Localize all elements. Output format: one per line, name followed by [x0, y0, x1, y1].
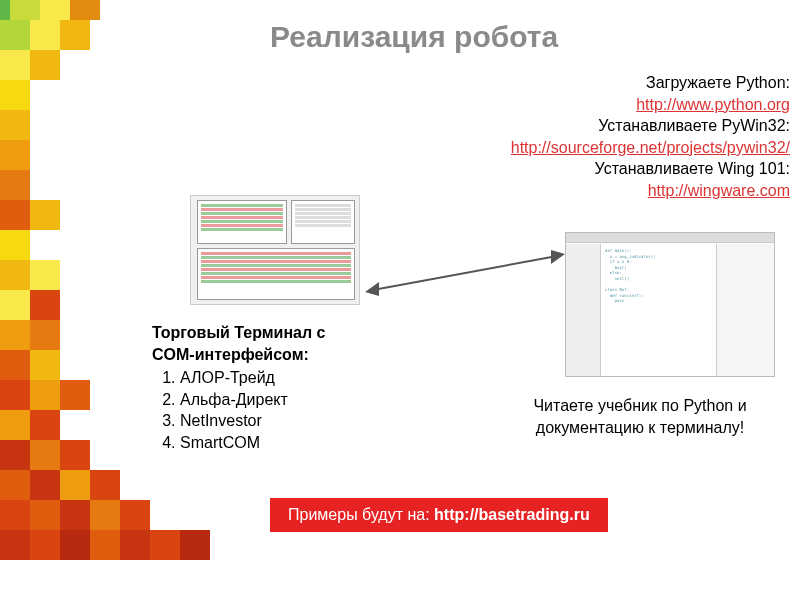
terminal-list-block: Торговый Терминал с COM-интерфейсом: АЛО… — [152, 322, 412, 454]
svg-marker-92 — [551, 250, 565, 264]
svg-rect-72 — [60, 470, 90, 500]
link-pywin32[interactable]: http://sourceforge.net/projects/pywin32/ — [511, 139, 790, 156]
svg-rect-65 — [0, 440, 30, 470]
svg-rect-83 — [0, 530, 30, 560]
svg-rect-71 — [30, 470, 60, 500]
terminal-list: АЛОР-Трейд Альфа-Директ NetInvestor Smar… — [180, 367, 412, 453]
svg-rect-6 — [0, 0, 10, 20]
svg-rect-85 — [60, 530, 90, 560]
svg-rect-12 — [0, 20, 30, 50]
line-install-pywin32: Устанавливаете PyWin32: — [440, 115, 790, 137]
read-docs-text: Читаете учебник по Python и документацию… — [490, 395, 790, 438]
svg-rect-77 — [30, 500, 60, 530]
svg-rect-87 — [120, 530, 150, 560]
line-download-python: Загружаете Python: — [440, 72, 790, 94]
list-item: SmartCOM — [180, 432, 412, 454]
terminal-heading-2: COM-интерфейсом: — [152, 344, 412, 366]
svg-rect-79 — [90, 500, 120, 530]
link-python-org[interactable]: http://www.python.org — [636, 96, 790, 113]
svg-rect-56 — [0, 380, 30, 410]
decorative-cubes — [0, 0, 220, 600]
svg-rect-49 — [30, 320, 60, 350]
svg-rect-66 — [30, 440, 60, 470]
double-arrow-icon — [365, 248, 565, 298]
svg-rect-80 — [120, 500, 150, 530]
svg-rect-57 — [30, 380, 60, 410]
svg-rect-33 — [0, 200, 30, 230]
list-item: Альфа-Директ — [180, 389, 412, 411]
svg-rect-53 — [30, 350, 60, 380]
slide-title: Реализация робота — [270, 20, 558, 54]
svg-rect-24 — [0, 110, 30, 140]
link-wingware[interactable]: http://wingware.com — [648, 182, 790, 199]
svg-rect-14 — [60, 20, 90, 50]
svg-rect-40 — [0, 260, 30, 290]
svg-rect-27 — [0, 140, 30, 170]
list-item: NetInvestor — [180, 410, 412, 432]
svg-rect-86 — [90, 530, 120, 560]
svg-rect-73 — [90, 470, 120, 500]
svg-rect-30 — [0, 170, 30, 200]
ide-screenshot: def main(): x = avg_indicator() if x > 0… — [565, 232, 775, 377]
svg-rect-76 — [0, 500, 30, 530]
svg-rect-62 — [30, 410, 60, 440]
svg-rect-37 — [0, 230, 30, 260]
banner-prefix: Примеры будут на: — [288, 506, 434, 523]
svg-rect-78 — [60, 500, 90, 530]
svg-rect-41 — [30, 260, 60, 290]
svg-rect-44 — [0, 290, 30, 320]
svg-rect-89 — [180, 530, 210, 560]
svg-rect-58 — [60, 380, 90, 410]
svg-rect-67 — [60, 440, 90, 470]
install-instructions: Загружаете Python: http://www.python.org… — [440, 72, 790, 202]
banner-url: http://basetrading.ru — [434, 506, 590, 523]
examples-banner: Примеры будут на: http://basetrading.ru — [270, 498, 608, 532]
svg-rect-13 — [30, 20, 60, 50]
svg-rect-18 — [30, 50, 60, 80]
terminal-heading-1: Торговый Терминал с — [152, 322, 412, 344]
svg-rect-21 — [0, 80, 30, 110]
svg-line-90 — [373, 256, 557, 290]
svg-rect-17 — [0, 50, 30, 80]
svg-rect-9 — [70, 0, 100, 20]
svg-rect-48 — [0, 320, 30, 350]
svg-rect-88 — [150, 530, 180, 560]
svg-rect-34 — [30, 200, 60, 230]
line-install-wing: Устанавливаете Wing 101: — [440, 158, 790, 180]
terminal-screenshot — [190, 195, 360, 305]
svg-rect-8 — [40, 0, 70, 20]
svg-rect-52 — [0, 350, 30, 380]
svg-rect-7 — [10, 0, 40, 20]
svg-rect-70 — [0, 470, 30, 500]
svg-rect-45 — [30, 290, 60, 320]
svg-marker-91 — [365, 282, 379, 296]
svg-rect-61 — [0, 410, 30, 440]
svg-rect-84 — [30, 530, 60, 560]
list-item: АЛОР-Трейд — [180, 367, 412, 389]
